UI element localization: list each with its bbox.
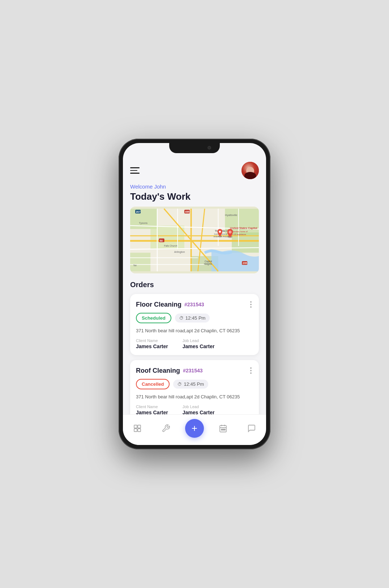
card-header-1: Floor Cleaning #231543 — [136, 300, 253, 309]
svg-text:fax: fax — [133, 264, 137, 267]
svg-rect-49 — [138, 429, 141, 432]
svg-text:267: 267 — [136, 210, 141, 213]
svg-text:295: 295 — [243, 261, 247, 265]
welcome-text: Welcome John — [130, 183, 259, 190]
svg-text:Falls Church: Falls Church — [164, 245, 178, 247]
grid-icon — [133, 424, 142, 433]
lead-label-2: Job Lead — [183, 405, 215, 409]
svg-point-45 — [229, 232, 231, 233]
card-header-2: Roof Cleaning #231543 — [136, 366, 253, 375]
header — [123, 156, 266, 182]
order-card-2: Roof Cleaning #231543 Cancelled ⏱ 12:45 … — [130, 360, 259, 414]
svg-text:Heights: Heights — [204, 263, 212, 265]
svg-rect-56 — [224, 429, 225, 430]
nav-calendar[interactable] — [214, 422, 232, 435]
svg-rect-46 — [134, 425, 137, 428]
screen-content: Welcome John Today's Work — [123, 143, 266, 414]
svg-point-42 — [219, 231, 221, 233]
nav-tools[interactable] — [157, 422, 175, 435]
clock-icon-2: ⏱ — [178, 382, 182, 387]
more-menu-2[interactable] — [249, 366, 253, 375]
lead-block-2: Job Lead James Carter — [183, 405, 215, 414]
plus-icon: + — [192, 423, 197, 434]
tools-icon — [162, 424, 170, 433]
lead-name-2: James Carter — [183, 410, 215, 414]
svg-rect-54 — [221, 429, 222, 430]
calendar-icon — [219, 424, 227, 433]
svg-rect-55 — [223, 429, 224, 430]
map-container[interactable]: Tysons Hyattsville fax Falls Church Arli… — [130, 207, 259, 273]
svg-rect-47 — [138, 425, 141, 428]
lead-block-1: Job Lead James Carter — [183, 338, 215, 349]
camera — [208, 146, 211, 150]
card-title-2: Roof Cleaning — [136, 367, 180, 375]
svg-rect-50 — [220, 425, 226, 432]
card-title-group-1: Floor Cleaning #231543 — [136, 301, 204, 308]
client-label-2: Client Name — [136, 405, 168, 409]
client-label-1: Client Name — [136, 338, 168, 343]
svg-text:495: 495 — [185, 210, 190, 213]
card-badges-2: Cancelled ⏱ 12:45 Pm — [136, 379, 253, 389]
svg-text:Hyattsville: Hyattsville — [225, 213, 237, 217]
card-title-1: Floor Cleaning — [136, 301, 181, 308]
svg-text:50: 50 — [160, 239, 163, 242]
nav-messages[interactable] — [242, 422, 261, 435]
svg-text:Tysons: Tysons — [139, 221, 148, 225]
time-badge-1: ⏱ 12:45 Pm — [175, 314, 210, 323]
address-1: 371 North bear hill road,apt 2d Chaplin,… — [136, 328, 253, 334]
people-1: Client Name James Carter Job Lead James … — [136, 338, 253, 349]
card-title-group-2: Roof Cleaning #231543 — [136, 367, 203, 375]
client-name-2: James Carter — [136, 410, 168, 414]
client-name-1: James Carter — [136, 343, 168, 349]
menu-button[interactable] — [130, 167, 140, 174]
more-menu-1[interactable] — [249, 300, 253, 309]
order-card-1: Floor Cleaning #231543 Scheduled ⏱ 12:45… — [130, 294, 259, 355]
time-text-2: 12:45 Pm — [184, 381, 204, 387]
people-2: Client Name James Carter Job Lead James … — [136, 405, 253, 414]
client-block-1: Client Name James Carter — [136, 338, 168, 349]
page-title: Today's Work — [130, 191, 259, 202]
phone-screen: Welcome John Today's Work — [123, 143, 266, 445]
time-text-1: 12:45 Pm — [185, 315, 206, 321]
bottom-nav: + — [123, 414, 266, 445]
orders-section: Orders Floor Cleaning #231543 Scheduled — [123, 281, 266, 414]
card-id-2: #231543 — [183, 368, 203, 373]
nav-dashboard[interactable] — [128, 422, 147, 435]
svg-rect-48 — [134, 429, 137, 432]
time-badge-2: ⏱ 12:45 Pm — [173, 380, 208, 389]
message-icon — [247, 424, 256, 433]
clock-icon-1: ⏱ — [179, 316, 184, 321]
status-badge-cancelled: Cancelled — [136, 379, 170, 389]
lead-name-1: James Carter — [183, 343, 215, 349]
avatar[interactable] — [241, 162, 259, 179]
svg-rect-5 — [130, 253, 150, 272]
notch — [169, 143, 220, 153]
phone-frame: Welcome John Today's Work — [119, 139, 270, 449]
address-2: 371 North bear hill road,apt 2d Chaplin,… — [136, 394, 253, 400]
card-badges-1: Scheduled ⏱ 12:45 Pm — [136, 313, 253, 323]
avatar-image — [241, 162, 259, 179]
nav-add-button[interactable]: + — [185, 419, 204, 438]
status-badge-scheduled: Scheduled — [136, 313, 171, 323]
svg-text:Arlington: Arlington — [174, 250, 185, 254]
lead-label-1: Job Lead — [183, 338, 215, 343]
welcome-section: Welcome John Today's Work — [123, 182, 266, 207]
card-id-1: #231543 — [184, 302, 204, 307]
orders-title: Orders — [130, 281, 259, 289]
client-block-2: Client Name James Carter — [136, 405, 168, 414]
svg-text:United States Capitol: United States Capitol — [230, 226, 257, 230]
